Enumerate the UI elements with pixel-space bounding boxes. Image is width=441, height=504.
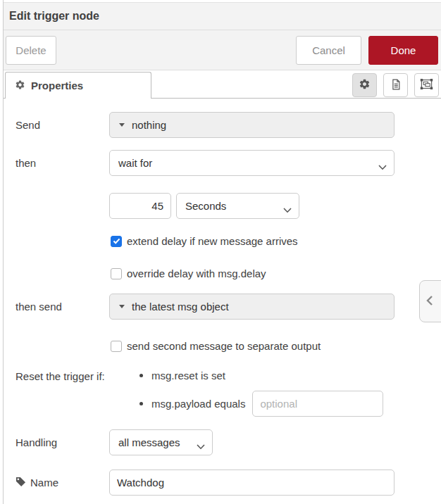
name-label: Name	[30, 477, 58, 489]
payload-equals-input[interactable]	[252, 391, 383, 417]
handling-select[interactable]: all messages	[109, 429, 213, 455]
handling-row: Handling all messages	[15, 429, 441, 455]
properties-gear-button[interactable]	[352, 73, 377, 97]
reset-section: Reset the trigger if: msg.reset is set m…	[15, 368, 441, 417]
file-text-icon	[390, 78, 402, 93]
name-row: Name	[15, 470, 441, 496]
reset-label: Reset the trigger if:	[15, 368, 139, 382]
description-button[interactable]	[383, 73, 408, 97]
editor-tab-bar: Properties	[4, 70, 441, 99]
bullet-icon	[139, 402, 143, 405]
tab-icon-buttons	[352, 73, 439, 97]
done-button[interactable]: Done	[368, 36, 438, 65]
second-output-checkbox[interactable]	[111, 341, 122, 352]
duration-row: Seconds	[15, 193, 441, 219]
then-send-value: the latest msg object	[132, 301, 229, 313]
gear-icon	[359, 78, 371, 92]
reset-condition-msg-reset: msg.reset is set	[139, 368, 383, 382]
tab-properties[interactable]: Properties	[5, 72, 151, 99]
object-group-icon	[420, 77, 433, 93]
caret-down-icon	[119, 123, 125, 127]
handling-label: Handling	[15, 436, 109, 448]
second-output-row: send second message to separate output	[111, 340, 441, 352]
dialog-header: Edit trigger node	[4, 2, 441, 30]
extend-delay-label: extend delay if new message arrives	[127, 235, 298, 247]
duration-input[interactable]	[109, 193, 171, 219]
override-delay-row: override delay with msg.delay	[111, 267, 441, 279]
then-row: then wait for	[15, 150, 441, 176]
send-typed-input[interactable]: nothing	[109, 112, 395, 138]
override-delay-checkbox[interactable]	[111, 268, 122, 279]
dialog-button-row: Delete Cancel Done	[4, 30, 441, 70]
then-select[interactable]: wait for	[109, 150, 395, 176]
edit-trigger-node-dialog: Edit trigger node Delete Cancel Done Pro…	[3, 0, 441, 504]
cancel-button[interactable]: Cancel	[296, 36, 361, 65]
properties-form: Send nothing then wait for Sec	[4, 112, 441, 496]
side-panel-toggle-button[interactable]	[419, 280, 441, 322]
bullet-icon	[139, 374, 143, 377]
chevron-left-icon	[426, 295, 433, 308]
name-input[interactable]	[109, 470, 395, 496]
reset-conditions: msg.reset is set msg.payload equals	[139, 368, 383, 417]
msg-payload-text: msg.payload equals	[151, 398, 245, 410]
send-value: nothing	[132, 119, 166, 131]
send-label: Send	[15, 119, 109, 131]
extend-delay-row: extend delay if new message arrives	[111, 235, 441, 247]
then-send-label: then send	[15, 301, 109, 313]
duration-units-select[interactable]: Seconds	[176, 193, 299, 219]
caret-down-icon	[119, 305, 125, 308]
second-output-label: send second message to separate output	[127, 340, 321, 352]
delete-button[interactable]: Delete	[6, 36, 56, 65]
then-send-typed-input[interactable]: the latest msg object	[109, 294, 395, 320]
reset-condition-msg-payload: msg.payload equals	[139, 391, 383, 417]
then-send-row: then send the latest msg object	[15, 294, 441, 320]
appearance-button[interactable]	[414, 73, 439, 97]
name-label-wrap: Name	[15, 477, 109, 489]
override-delay-label: override delay with msg.delay	[127, 267, 266, 279]
then-label: then	[15, 157, 109, 169]
gear-icon	[15, 80, 25, 92]
extend-delay-checkbox[interactable]	[111, 236, 122, 247]
tag-icon	[15, 477, 26, 489]
dialog-title: Edit trigger node	[9, 10, 99, 23]
msg-reset-text: msg.reset is set	[151, 370, 225, 382]
tab-properties-label: Properties	[31, 80, 83, 92]
send-row: Send nothing	[15, 112, 441, 138]
